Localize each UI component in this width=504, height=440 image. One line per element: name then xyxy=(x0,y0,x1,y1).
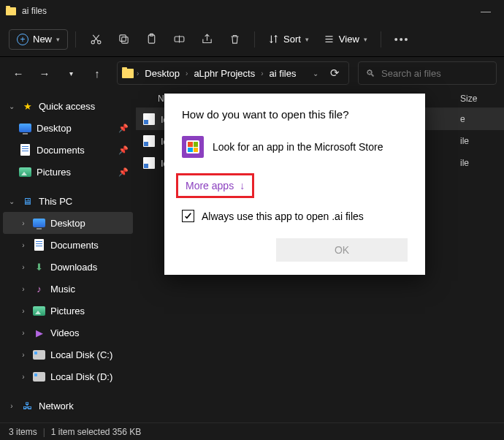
sidebar-this-pc[interactable]: ⌄ 🖥 This PC xyxy=(3,190,133,212)
up-button[interactable]: ↑ xyxy=(86,62,108,84)
chevron-right-icon: › xyxy=(137,69,139,77)
more-apps-highlight: More apps ↓ xyxy=(176,173,254,198)
view-label: View xyxy=(339,34,359,45)
col-size[interactable]: Size xyxy=(460,94,504,104)
minimize-button[interactable]: — xyxy=(473,5,498,17)
status-item-count: 3 items xyxy=(9,427,37,437)
chevron-right-icon: › xyxy=(19,351,28,359)
chevron-down-icon: ⌄ xyxy=(7,197,16,205)
new-label: New xyxy=(33,34,52,45)
cut-button[interactable] xyxy=(83,27,108,52)
title-bar: ai files — xyxy=(0,0,504,22)
status-bar: 3 items | 1 item selected 356 KB xyxy=(0,422,504,440)
disk-icon xyxy=(33,350,45,360)
always-checkbox[interactable] xyxy=(182,210,194,222)
sidebar-item-pc-pictures[interactable]: › Pictures xyxy=(3,300,133,322)
chevron-right-icon: › xyxy=(186,69,188,77)
address-bar[interactable]: › Desktop › aLphr Projects › ai files ⌄ … xyxy=(117,61,349,85)
sidebar-item-desktop[interactable]: Desktop 📌 xyxy=(3,117,133,139)
store-option[interactable]: Look for an app in the Microsoft Store xyxy=(182,134,408,160)
file-icon xyxy=(143,113,155,125)
sort-button[interactable]: Sort ▾ xyxy=(262,30,315,48)
open-with-dialog: How do you want to open this file? Look … xyxy=(164,94,425,275)
sidebar-item-pictures[interactable]: Pictures 📌 xyxy=(3,161,133,183)
folder-icon xyxy=(6,7,16,15)
star-icon: ★ xyxy=(21,100,34,113)
recent-button[interactable]: ▾ xyxy=(60,62,82,84)
chevron-right-icon: › xyxy=(19,307,28,315)
rename-button[interactable] xyxy=(167,27,191,52)
download-icon: ⬇ xyxy=(33,261,45,273)
sidebar-item-pc-documents[interactable]: › Documents xyxy=(3,234,133,256)
video-icon: ▶ xyxy=(33,327,45,339)
pictures-icon xyxy=(19,167,31,177)
sidebar-item-pc-downloads[interactable]: › ⬇ Downloads xyxy=(3,256,133,278)
refresh-button[interactable]: ⟳ xyxy=(326,67,344,80)
sidebar-quick-access[interactable]: ⌄ ★ Quick access xyxy=(3,95,133,117)
more-button[interactable]: ••• xyxy=(389,34,416,45)
pin-icon: 📌 xyxy=(118,124,129,133)
always-label: Always use this app to open .ai files xyxy=(202,210,364,222)
sort-label: Sort xyxy=(283,34,301,45)
store-icon xyxy=(182,136,204,158)
share-button[interactable] xyxy=(194,27,219,52)
svg-rect-2 xyxy=(121,37,128,44)
view-icon xyxy=(324,34,335,45)
file-icon xyxy=(143,157,155,169)
document-icon xyxy=(34,239,44,251)
chevron-right-icon: › xyxy=(7,402,16,410)
sidebar-item-disk-d[interactable]: › Local Disk (D:) xyxy=(3,365,133,387)
sidebar-item-pc-desktop[interactable]: › Desktop xyxy=(3,212,133,234)
forward-button[interactable]: → xyxy=(34,62,56,84)
sidebar-item-pc-videos[interactable]: › ▶ Videos xyxy=(3,322,133,344)
pin-icon: 📌 xyxy=(118,145,129,155)
svg-rect-3 xyxy=(119,35,126,42)
window-title: ai files xyxy=(22,6,47,16)
document-icon xyxy=(20,144,30,156)
crumb-desktop[interactable]: Desktop xyxy=(142,67,183,80)
desktop-icon xyxy=(19,124,31,132)
sidebar-item-disk-c[interactable]: › Local Disk (C:) xyxy=(3,344,133,365)
chevron-down-icon: ▾ xyxy=(364,36,367,43)
sort-icon xyxy=(268,34,279,45)
new-button[interactable]: + New ▾ xyxy=(9,29,68,50)
crumb-projects[interactable]: aLphr Projects xyxy=(191,67,258,80)
chevron-right-icon: › xyxy=(19,285,28,293)
network-icon: 🖧 xyxy=(21,400,34,412)
sidebar: ⌄ ★ Quick access Desktop 📌 Documents 📌 P… xyxy=(0,89,136,422)
chevron-right-icon: › xyxy=(19,219,28,227)
chevron-down-icon: ⌄ xyxy=(7,102,16,110)
more-apps-link[interactable]: More apps xyxy=(186,180,234,191)
ok-button[interactable]: OK xyxy=(276,238,408,262)
sidebar-item-pc-music[interactable]: › ♪ Music xyxy=(3,278,133,300)
search-box[interactable]: 🔍︎ xyxy=(358,61,497,85)
back-button[interactable]: ← xyxy=(7,62,29,84)
view-button[interactable]: View ▾ xyxy=(318,30,373,48)
store-label: Look for an app in the Microsoft Store xyxy=(213,141,383,153)
chevron-down-icon: ▾ xyxy=(56,36,60,43)
search-input[interactable] xyxy=(381,68,504,79)
toolbar: + New ▾ Sort ▾ View ▾ ••• xyxy=(0,22,504,57)
chevron-right-icon: › xyxy=(19,241,28,249)
chevron-right-icon: › xyxy=(261,69,263,77)
copy-button[interactable] xyxy=(111,27,136,52)
search-icon: 🔍︎ xyxy=(366,68,375,79)
paste-button[interactable] xyxy=(139,27,164,52)
desktop-icon xyxy=(33,219,45,227)
chevron-right-icon: › xyxy=(19,329,28,337)
delete-button[interactable] xyxy=(222,27,247,52)
pictures-icon xyxy=(33,306,45,316)
crumb-current[interactable]: ai files xyxy=(267,67,299,80)
chevron-down-icon: ▾ xyxy=(305,36,309,43)
chevron-right-icon: › xyxy=(19,263,28,271)
pin-icon: 📌 xyxy=(118,167,129,177)
sidebar-item-documents[interactable]: Documents 📌 xyxy=(3,139,133,161)
dialog-title: How do you want to open this file? xyxy=(182,108,408,121)
sidebar-network[interactable]: › 🖧 Network xyxy=(3,395,133,417)
chevron-right-icon: › xyxy=(19,373,28,381)
file-icon xyxy=(143,135,155,147)
address-dropdown[interactable]: ⌄ xyxy=(308,69,323,77)
music-icon: ♪ xyxy=(33,283,45,295)
folder-icon xyxy=(122,69,134,78)
always-use-row[interactable]: Always use this app to open .ai files xyxy=(182,210,408,222)
